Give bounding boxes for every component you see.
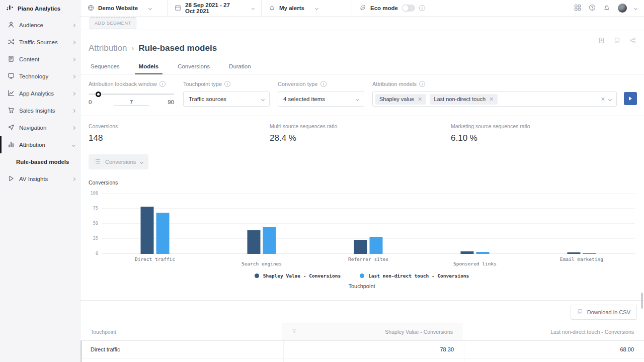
sidebar-subitem-rule-based-models[interactable]: Rule-based models (0, 153, 80, 170)
legend-dot (255, 274, 259, 278)
cell-touchpoint: Direct traffic (82, 341, 283, 358)
bar-shapley-value-conversions[interactable] (354, 240, 367, 254)
export-report-icon[interactable] (614, 37, 620, 45)
piano-analytics-logo-icon (6, 4, 14, 13)
download-csv-button[interactable]: Download in CSV (571, 305, 637, 320)
legend-item[interactable]: Shapley Value - Conversions (255, 273, 341, 279)
lookback-slider[interactable] (89, 92, 174, 97)
kpi-value: 28.4 % (270, 133, 451, 143)
bar-last-non-direct-touch-conversions[interactable] (156, 213, 170, 254)
info-icon[interactable]: i (224, 81, 230, 87)
cell-last-non-direct: 68.00 (464, 341, 644, 358)
column-header-touchpoint[interactable]: Touchpoint (80, 323, 282, 340)
chevron-right-icon (72, 109, 75, 112)
slider-handle[interactable] (96, 92, 101, 97)
sidebar-item-navigation[interactable]: Navigation (0, 119, 80, 136)
chart-plot-area: 0255075100 (102, 194, 635, 254)
tab-sequences[interactable]: Sequences (90, 61, 121, 74)
kpi-label: Marketing source sequences ratio (451, 123, 632, 129)
touchpoint-type-select[interactable]: Traffic sources (183, 92, 270, 107)
bar-last-non-direct-touch-conversions[interactable] (370, 237, 383, 254)
chevron-down-icon (140, 160, 143, 163)
bar-last-non-direct-touch-conversions[interactable] (263, 227, 276, 254)
sidebar: Piano Analytics AudienceTraffic SourcesC… (0, 0, 80, 362)
metric-selector-value: Conversions (105, 159, 136, 165)
model-chip[interactable]: Shapley value✕ (375, 94, 426, 105)
scrollbar-thumb[interactable] (641, 293, 643, 309)
tab-duration[interactable]: Duration (228, 61, 252, 74)
category-label: Direct traffic (135, 256, 175, 262)
play-icon (8, 175, 15, 183)
share-icon[interactable] (629, 37, 636, 45)
chevron-right-icon (72, 177, 75, 180)
user-avatar[interactable] (618, 4, 627, 13)
sidebar-item-av-insights[interactable]: AV Insights (0, 170, 80, 188)
lookback-label: Attribution lookback window (89, 81, 157, 87)
chevron-down-icon[interactable] (634, 6, 637, 10)
remove-chip-icon[interactable]: ✕ (489, 96, 494, 103)
notifications-bell-icon[interactable] (603, 4, 610, 12)
category-label: Search engines (242, 261, 282, 266)
alerts-selector[interactable]: My alerts (262, 0, 352, 16)
cell-last-non-direct: 45.00 (464, 358, 644, 362)
bookmark-add-icon[interactable] (598, 37, 605, 45)
model-chip[interactable]: Last non-direct touch✕ (430, 94, 498, 105)
column-header-last-non-direct[interactable]: Last non-direct touch - Conversions (463, 323, 644, 340)
alerts-label: My alerts (279, 5, 304, 11)
kpi-row: Conversions148Multi-source sequences rat… (89, 116, 635, 148)
conversion-type-select[interactable]: 4 selected items (278, 92, 364, 107)
legend-item[interactable]: Last non-direct touch - Conversions (360, 273, 469, 279)
remove-chip-icon[interactable]: ✕ (418, 96, 422, 103)
breadcrumb-section[interactable]: Attribution (89, 43, 127, 53)
info-icon[interactable]: i (320, 81, 327, 87)
leaf-icon (359, 4, 366, 12)
help-icon[interactable] (589, 4, 596, 12)
site-selector[interactable]: Demo Website (80, 0, 168, 16)
bar-shapley-value-conversions[interactable] (141, 207, 154, 254)
calendar-icon (175, 5, 181, 12)
info-icon[interactable]: i (159, 81, 166, 87)
sidebar-item-sales-insights[interactable]: Sales Insights (0, 102, 80, 119)
category-label: Referrer sites (348, 256, 388, 262)
info-icon[interactable]: i (419, 5, 425, 11)
attribution-models-select[interactable]: Shapley value✕Last non-direct touch✕ ✕ (372, 92, 617, 107)
eco-mode-toggle[interactable] (402, 5, 415, 12)
tab-models[interactable]: Models (138, 61, 160, 74)
touchpoint-type-label: Touchpoint type (183, 81, 222, 87)
lookback-value-input[interactable] (114, 99, 149, 106)
touchpoint-type-value: Traffic sources (189, 96, 262, 102)
chevron-right-icon (72, 126, 75, 129)
slider-min: 0 (89, 99, 92, 105)
bar-shapley-value-conversions[interactable] (248, 230, 261, 254)
conversion-type-label: Conversion type (278, 81, 318, 87)
chart-title: Conversions (89, 179, 635, 186)
sidebar-item-label: Audience (19, 22, 68, 28)
apps-grid-icon[interactable] (574, 4, 581, 12)
sidebar-item-technology[interactable]: Technology (0, 68, 80, 85)
date-range-selector[interactable]: 28 Sep 2021 - 27 Oct 2021 (168, 0, 262, 16)
add-segment-button[interactable]: ADD SEGMENT (90, 17, 136, 29)
monitor-icon (8, 72, 15, 80)
kpi-label: Multi-source sequences ratio (270, 123, 451, 129)
sidebar-item-content[interactable]: Content (0, 51, 80, 68)
sidebar-item-label: Sales Insights (19, 108, 68, 114)
sidebar-item-traffic-sources[interactable]: Traffic Sources (0, 34, 80, 51)
sidebar-item-label: Content (19, 56, 68, 62)
page-title: Rule-based models (138, 43, 217, 53)
site-name: Demo Website (98, 5, 138, 11)
app-logo[interactable]: Piano Analytics (0, 0, 80, 17)
apply-button[interactable] (624, 92, 637, 105)
cell-shapley-value: 78.30 (283, 341, 464, 358)
tab-conversions[interactable]: Conversions (177, 61, 211, 74)
metric-selector[interactable]: Conversions (89, 154, 148, 169)
info-icon[interactable]: i (419, 81, 425, 87)
date-range-value: 28 Sep 2021 - 27 Oct 2021 (185, 2, 241, 14)
clear-selection-icon[interactable]: ✕ (601, 96, 605, 103)
touchpoint-type-filter: Touchpoint typei Traffic sources (183, 81, 270, 107)
filter-icon[interactable] (292, 329, 297, 335)
y-axis-tick: 100 (91, 191, 98, 196)
sidebar-item-audience[interactable]: Audience (0, 17, 80, 34)
sidebar-item-app-analytics[interactable]: App Analytics (0, 85, 80, 102)
column-header-shapley[interactable]: Shapley Value - Conversions (282, 323, 463, 340)
sidebar-item-attribution[interactable]: Attribution (0, 136, 80, 153)
